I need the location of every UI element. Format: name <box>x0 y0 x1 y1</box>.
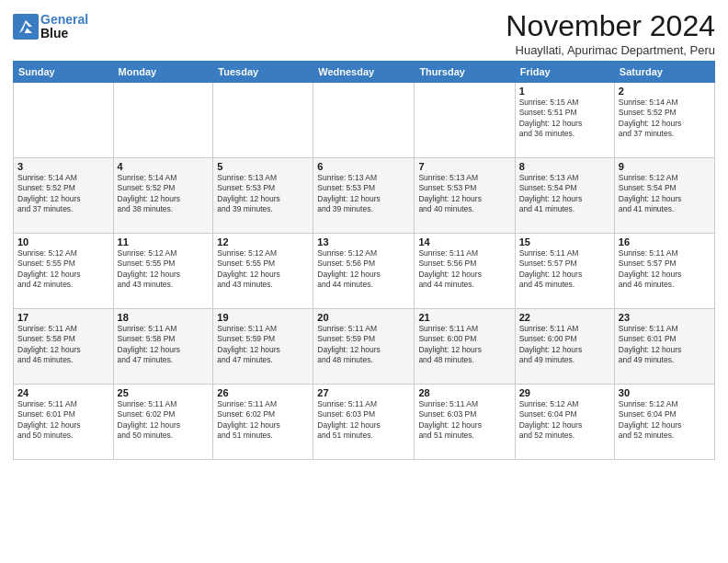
calendar-cell: 12Sunrise: 5:12 AM Sunset: 5:55 PM Dayli… <box>213 234 313 309</box>
day-info: Sunrise: 5:14 AM Sunset: 5:52 PM Dayligh… <box>619 98 711 140</box>
day-number: 26 <box>217 387 309 398</box>
day-number: 30 <box>619 387 711 398</box>
day-info: Sunrise: 5:11 AM Sunset: 5:58 PM Dayligh… <box>17 324 109 366</box>
calendar-cell: 19Sunrise: 5:11 AM Sunset: 5:59 PM Dayli… <box>213 309 313 385</box>
calendar-cell: 15Sunrise: 5:11 AM Sunset: 5:57 PM Dayli… <box>515 234 614 309</box>
calendar-cell: 3Sunrise: 5:14 AM Sunset: 5:52 PM Daylig… <box>14 158 114 234</box>
page: General Blue November 2024 Huayllati, Ap… <box>0 0 728 469</box>
svg-rect-0 <box>13 14 39 40</box>
day-info: Sunrise: 5:11 AM Sunset: 6:03 PM Dayligh… <box>418 399 510 442</box>
day-number: 14 <box>418 236 510 247</box>
day-number: 16 <box>619 236 711 247</box>
day-number: 25 <box>118 387 210 398</box>
calendar-cell <box>213 83 313 158</box>
day-number: 24 <box>17 387 109 398</box>
day-number: 2 <box>619 86 711 97</box>
calendar-cell: 30Sunrise: 5:12 AM Sunset: 6:04 PM Dayli… <box>614 385 714 460</box>
calendar-header-tuesday: Tuesday <box>213 62 313 83</box>
day-info: Sunrise: 5:13 AM Sunset: 5:53 PM Dayligh… <box>217 173 309 215</box>
day-number: 10 <box>17 236 109 247</box>
calendar-cell: 22Sunrise: 5:11 AM Sunset: 6:00 PM Dayli… <box>515 309 614 385</box>
title-area: November 2024 Huayllati, Apurimac Depart… <box>506 9 715 57</box>
day-number: 6 <box>317 161 410 172</box>
calendar-header-friday: Friday <box>515 62 614 83</box>
day-number: 22 <box>519 312 610 323</box>
day-number: 8 <box>519 161 610 172</box>
calendar-header-saturday: Saturday <box>614 62 714 83</box>
day-number: 1 <box>519 86 610 97</box>
calendar-week-row: 17Sunrise: 5:11 AM Sunset: 5:58 PM Dayli… <box>14 309 715 385</box>
day-number: 21 <box>418 312 510 323</box>
calendar-cell: 1Sunrise: 5:15 AM Sunset: 5:51 PM Daylig… <box>515 83 614 158</box>
day-info: Sunrise: 5:13 AM Sunset: 5:54 PM Dayligh… <box>519 173 610 215</box>
day-info: Sunrise: 5:12 AM Sunset: 5:56 PM Dayligh… <box>317 248 410 291</box>
day-info: Sunrise: 5:11 AM Sunset: 5:57 PM Dayligh… <box>619 248 711 291</box>
day-number: 19 <box>217 312 309 323</box>
logo-line2: Blue <box>40 27 88 40</box>
calendar-cell <box>415 83 515 158</box>
calendar-cell <box>14 83 114 158</box>
calendar-cell: 23Sunrise: 5:11 AM Sunset: 6:01 PM Dayli… <box>614 309 714 385</box>
day-info: Sunrise: 5:11 AM Sunset: 6:01 PM Dayligh… <box>619 324 711 366</box>
calendar-cell: 11Sunrise: 5:12 AM Sunset: 5:55 PM Dayli… <box>113 234 213 309</box>
day-number: 27 <box>317 387 410 398</box>
calendar-header-wednesday: Wednesday <box>313 62 415 83</box>
subtitle: Huayllati, Apurimac Department, Peru <box>506 43 715 57</box>
calendar-cell: 8Sunrise: 5:13 AM Sunset: 5:54 PM Daylig… <box>515 158 614 234</box>
day-number: 7 <box>418 161 510 172</box>
calendar-cell: 9Sunrise: 5:12 AM Sunset: 5:54 PM Daylig… <box>614 158 714 234</box>
calendar-week-row: 1Sunrise: 5:15 AM Sunset: 5:51 PM Daylig… <box>14 83 715 158</box>
calendar-week-row: 10Sunrise: 5:12 AM Sunset: 5:55 PM Dayli… <box>14 234 715 309</box>
calendar-header-thursday: Thursday <box>415 62 515 83</box>
day-info: Sunrise: 5:13 AM Sunset: 5:53 PM Dayligh… <box>418 173 510 215</box>
day-info: Sunrise: 5:11 AM Sunset: 6:03 PM Dayligh… <box>317 399 410 442</box>
day-number: 29 <box>519 387 610 398</box>
calendar-cell: 28Sunrise: 5:11 AM Sunset: 6:03 PM Dayli… <box>415 385 515 460</box>
calendar-cell: 13Sunrise: 5:12 AM Sunset: 5:56 PM Dayli… <box>313 234 415 309</box>
day-info: Sunrise: 5:11 AM Sunset: 6:02 PM Dayligh… <box>217 399 309 442</box>
day-info: Sunrise: 5:11 AM Sunset: 6:02 PM Dayligh… <box>118 399 210 442</box>
calendar-cell: 27Sunrise: 5:11 AM Sunset: 6:03 PM Dayli… <box>313 385 415 460</box>
calendar-table: SundayMondayTuesdayWednesdayThursdayFrid… <box>13 61 715 460</box>
day-info: Sunrise: 5:12 AM Sunset: 5:55 PM Dayligh… <box>118 248 210 291</box>
day-info: Sunrise: 5:14 AM Sunset: 5:52 PM Dayligh… <box>118 173 210 215</box>
day-info: Sunrise: 5:13 AM Sunset: 5:53 PM Dayligh… <box>317 173 410 215</box>
day-number: 9 <box>619 161 711 172</box>
day-number: 23 <box>619 312 711 323</box>
logo-area: General Blue <box>13 9 88 41</box>
calendar-cell: 5Sunrise: 5:13 AM Sunset: 5:53 PM Daylig… <box>213 158 313 234</box>
header: General Blue November 2024 Huayllati, Ap… <box>13 9 715 57</box>
day-info: Sunrise: 5:14 AM Sunset: 5:52 PM Dayligh… <box>17 173 109 215</box>
day-info: Sunrise: 5:12 AM Sunset: 5:55 PM Dayligh… <box>17 248 109 291</box>
calendar-cell <box>113 83 213 158</box>
calendar-cell <box>313 83 415 158</box>
calendar-cell: 7Sunrise: 5:13 AM Sunset: 5:53 PM Daylig… <box>415 158 515 234</box>
calendar-cell: 21Sunrise: 5:11 AM Sunset: 6:00 PM Dayli… <box>415 309 515 385</box>
day-number: 18 <box>118 312 210 323</box>
calendar-cell: 6Sunrise: 5:13 AM Sunset: 5:53 PM Daylig… <box>313 158 415 234</box>
calendar-cell: 26Sunrise: 5:11 AM Sunset: 6:02 PM Dayli… <box>213 385 313 460</box>
day-info: Sunrise: 5:11 AM Sunset: 5:59 PM Dayligh… <box>217 324 309 366</box>
day-info: Sunrise: 5:15 AM Sunset: 5:51 PM Dayligh… <box>519 98 610 140</box>
calendar-header-sunday: Sunday <box>14 62 114 83</box>
calendar-cell: 2Sunrise: 5:14 AM Sunset: 5:52 PM Daylig… <box>614 83 714 158</box>
day-number: 11 <box>118 236 210 247</box>
calendar-cell: 14Sunrise: 5:11 AM Sunset: 5:56 PM Dayli… <box>415 234 515 309</box>
calendar-header-monday: Monday <box>113 62 213 83</box>
day-number: 12 <box>217 236 309 247</box>
day-info: Sunrise: 5:11 AM Sunset: 5:56 PM Dayligh… <box>418 248 510 291</box>
calendar-week-row: 3Sunrise: 5:14 AM Sunset: 5:52 PM Daylig… <box>14 158 715 234</box>
day-info: Sunrise: 5:12 AM Sunset: 5:54 PM Dayligh… <box>619 173 711 215</box>
day-info: Sunrise: 5:12 AM Sunset: 6:04 PM Dayligh… <box>619 399 711 442</box>
calendar-cell: 18Sunrise: 5:11 AM Sunset: 5:58 PM Dayli… <box>113 309 213 385</box>
calendar-cell: 16Sunrise: 5:11 AM Sunset: 5:57 PM Dayli… <box>614 234 714 309</box>
day-info: Sunrise: 5:11 AM Sunset: 5:58 PM Dayligh… <box>118 324 210 366</box>
day-info: Sunrise: 5:11 AM Sunset: 6:00 PM Dayligh… <box>519 324 610 366</box>
day-number: 20 <box>317 312 410 323</box>
month-title: November 2024 <box>506 9 715 43</box>
calendar-week-row: 24Sunrise: 5:11 AM Sunset: 6:01 PM Dayli… <box>14 385 715 460</box>
calendar-cell: 24Sunrise: 5:11 AM Sunset: 6:01 PM Dayli… <box>14 385 114 460</box>
day-info: Sunrise: 5:11 AM Sunset: 5:57 PM Dayligh… <box>519 248 610 291</box>
day-number: 15 <box>519 236 610 247</box>
calendar-cell: 17Sunrise: 5:11 AM Sunset: 5:58 PM Dayli… <box>14 309 114 385</box>
